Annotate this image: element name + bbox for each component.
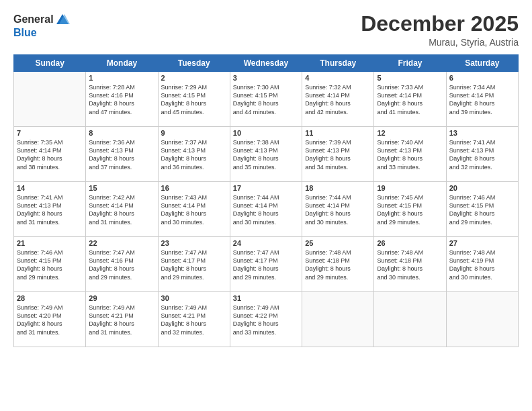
calendar-cell: 15Sunrise: 7:42 AMSunset: 4:14 PMDayligh… bbox=[86, 182, 158, 237]
day-number: 20 bbox=[449, 184, 515, 192]
calendar-table: SundayMondayTuesdayWednesdayThursdayFrid… bbox=[13, 54, 519, 347]
calendar-week-row: 14Sunrise: 7:41 AMSunset: 4:13 PMDayligh… bbox=[14, 182, 519, 237]
calendar-cell: 18Sunrise: 7:44 AMSunset: 4:14 PMDayligh… bbox=[302, 182, 374, 237]
calendar-cell bbox=[302, 292, 374, 347]
calendar-header-row: SundayMondayTuesdayWednesdayThursdayFrid… bbox=[14, 55, 519, 72]
day-number: 7 bbox=[17, 129, 83, 137]
calendar-cell bbox=[374, 292, 446, 347]
calendar-cell: 16Sunrise: 7:43 AMSunset: 4:14 PMDayligh… bbox=[158, 182, 230, 237]
weekday-header: Monday bbox=[86, 55, 158, 72]
weekday-header: Friday bbox=[374, 55, 446, 72]
logo-general: General bbox=[13, 13, 54, 26]
day-info: Sunrise: 7:32 AMSunset: 4:14 PMDaylight:… bbox=[305, 83, 371, 116]
day-info: Sunrise: 7:41 AMSunset: 4:13 PMDaylight:… bbox=[17, 193, 83, 226]
day-number: 6 bbox=[449, 74, 515, 82]
day-info: Sunrise: 7:46 AMSunset: 4:15 PMDaylight:… bbox=[17, 248, 83, 281]
weekday-header: Saturday bbox=[446, 55, 518, 72]
weekday-header: Thursday bbox=[302, 55, 374, 72]
day-info: Sunrise: 7:48 AMSunset: 4:19 PMDaylight:… bbox=[449, 248, 515, 281]
day-info: Sunrise: 7:29 AMSunset: 4:15 PMDaylight:… bbox=[161, 83, 227, 116]
day-number: 23 bbox=[161, 239, 227, 247]
day-number: 19 bbox=[377, 184, 443, 192]
logo-blue: Blue bbox=[13, 27, 37, 38]
calendar-week-row: 7Sunrise: 7:35 AMSunset: 4:14 PMDaylight… bbox=[14, 127, 519, 182]
calendar-cell: 5Sunrise: 7:33 AMSunset: 4:14 PMDaylight… bbox=[374, 72, 446, 127]
day-info: Sunrise: 7:44 AMSunset: 4:14 PMDaylight:… bbox=[233, 193, 299, 226]
day-number: 18 bbox=[305, 184, 371, 192]
day-info: Sunrise: 7:43 AMSunset: 4:14 PMDaylight:… bbox=[161, 193, 227, 226]
day-info: Sunrise: 7:36 AMSunset: 4:13 PMDaylight:… bbox=[89, 138, 154, 171]
calendar-cell: 1Sunrise: 7:28 AMSunset: 4:16 PMDaylight… bbox=[86, 72, 158, 127]
calendar-cell: 31Sunrise: 7:49 AMSunset: 4:22 PMDayligh… bbox=[230, 292, 302, 347]
day-number: 28 bbox=[17, 294, 83, 302]
day-info: Sunrise: 7:41 AMSunset: 4:13 PMDaylight:… bbox=[449, 138, 515, 171]
calendar-week-row: 21Sunrise: 7:46 AMSunset: 4:15 PMDayligh… bbox=[14, 237, 519, 292]
calendar-cell: 4Sunrise: 7:32 AMSunset: 4:14 PMDaylight… bbox=[302, 72, 374, 127]
title-block: December 2025 Murau, Styria, Austria bbox=[361, 12, 519, 48]
calendar-cell: 21Sunrise: 7:46 AMSunset: 4:15 PMDayligh… bbox=[14, 237, 86, 292]
calendar-cell: 19Sunrise: 7:45 AMSunset: 4:15 PMDayligh… bbox=[374, 182, 446, 237]
day-info: Sunrise: 7:49 AMSunset: 4:20 PMDaylight:… bbox=[17, 304, 83, 336]
month-title: December 2025 bbox=[361, 12, 519, 36]
calendar-cell: 6Sunrise: 7:34 AMSunset: 4:14 PMDaylight… bbox=[446, 72, 518, 127]
weekday-header: Sunday bbox=[14, 55, 86, 72]
day-number: 11 bbox=[305, 129, 371, 137]
calendar-cell: 22Sunrise: 7:47 AMSunset: 4:16 PMDayligh… bbox=[86, 237, 158, 292]
calendar-cell: 20Sunrise: 7:46 AMSunset: 4:15 PMDayligh… bbox=[446, 182, 518, 237]
day-number: 9 bbox=[161, 129, 227, 137]
location: Murau, Styria, Austria bbox=[361, 37, 519, 48]
day-number: 29 bbox=[89, 294, 154, 302]
day-info: Sunrise: 7:35 AMSunset: 4:14 PMDaylight:… bbox=[17, 138, 83, 171]
day-info: Sunrise: 7:48 AMSunset: 4:18 PMDaylight:… bbox=[305, 248, 371, 281]
day-info: Sunrise: 7:46 AMSunset: 4:15 PMDaylight:… bbox=[449, 193, 515, 226]
calendar-cell: 24Sunrise: 7:47 AMSunset: 4:17 PMDayligh… bbox=[230, 237, 302, 292]
calendar-cell: 2Sunrise: 7:29 AMSunset: 4:15 PMDaylight… bbox=[158, 72, 230, 127]
day-number: 24 bbox=[233, 239, 299, 247]
day-number: 21 bbox=[17, 239, 83, 247]
day-info: Sunrise: 7:48 AMSunset: 4:18 PMDaylight:… bbox=[377, 248, 443, 281]
day-number: 12 bbox=[377, 129, 443, 137]
calendar-cell: 3Sunrise: 7:30 AMSunset: 4:15 PMDaylight… bbox=[230, 72, 302, 127]
calendar-cell: 26Sunrise: 7:48 AMSunset: 4:18 PMDayligh… bbox=[374, 237, 446, 292]
day-info: Sunrise: 7:45 AMSunset: 4:15 PMDaylight:… bbox=[377, 193, 443, 226]
day-number: 30 bbox=[161, 294, 227, 302]
calendar-cell: 27Sunrise: 7:48 AMSunset: 4:19 PMDayligh… bbox=[446, 237, 518, 292]
calendar-cell: 14Sunrise: 7:41 AMSunset: 4:13 PMDayligh… bbox=[14, 182, 86, 237]
calendar-cell: 11Sunrise: 7:39 AMSunset: 4:13 PMDayligh… bbox=[302, 127, 374, 182]
calendar-cell: 13Sunrise: 7:41 AMSunset: 4:13 PMDayligh… bbox=[446, 127, 518, 182]
calendar-cell: 29Sunrise: 7:49 AMSunset: 4:21 PMDayligh… bbox=[86, 292, 158, 347]
day-info: Sunrise: 7:33 AMSunset: 4:14 PMDaylight:… bbox=[377, 83, 443, 116]
calendar-cell: 30Sunrise: 7:49 AMSunset: 4:21 PMDayligh… bbox=[158, 292, 230, 347]
day-info: Sunrise: 7:47 AMSunset: 4:17 PMDaylight:… bbox=[233, 248, 299, 281]
day-number: 31 bbox=[233, 294, 299, 302]
logo: General Blue bbox=[13, 12, 70, 39]
day-info: Sunrise: 7:39 AMSunset: 4:13 PMDaylight:… bbox=[305, 138, 371, 171]
day-number: 25 bbox=[305, 239, 371, 247]
day-info: Sunrise: 7:28 AMSunset: 4:16 PMDaylight:… bbox=[89, 83, 154, 116]
day-info: Sunrise: 7:34 AMSunset: 4:14 PMDaylight:… bbox=[449, 83, 515, 116]
day-info: Sunrise: 7:38 AMSunset: 4:13 PMDaylight:… bbox=[233, 138, 299, 171]
day-info: Sunrise: 7:30 AMSunset: 4:15 PMDaylight:… bbox=[233, 83, 299, 116]
day-number: 8 bbox=[89, 129, 154, 137]
calendar-week-row: 1Sunrise: 7:28 AMSunset: 4:16 PMDaylight… bbox=[14, 72, 519, 127]
day-info: Sunrise: 7:49 AMSunset: 4:21 PMDaylight:… bbox=[89, 304, 154, 336]
day-info: Sunrise: 7:40 AMSunset: 4:13 PMDaylight:… bbox=[377, 138, 443, 171]
day-number: 14 bbox=[17, 184, 83, 192]
day-number: 5 bbox=[377, 74, 443, 82]
day-info: Sunrise: 7:37 AMSunset: 4:13 PMDaylight:… bbox=[161, 138, 227, 171]
page: General Blue December 2025 Murau, Styria… bbox=[0, 0, 532, 411]
calendar-cell: 23Sunrise: 7:47 AMSunset: 4:17 PMDayligh… bbox=[158, 237, 230, 292]
day-info: Sunrise: 7:47 AMSunset: 4:16 PMDaylight:… bbox=[89, 248, 154, 281]
calendar-cell: 8Sunrise: 7:36 AMSunset: 4:13 PMDaylight… bbox=[86, 127, 158, 182]
day-number: 13 bbox=[449, 129, 515, 137]
day-number: 3 bbox=[233, 74, 299, 82]
logo-icon bbox=[55, 12, 70, 27]
day-info: Sunrise: 7:49 AMSunset: 4:21 PMDaylight:… bbox=[161, 304, 227, 336]
day-number: 10 bbox=[233, 129, 299, 137]
calendar-cell: 25Sunrise: 7:48 AMSunset: 4:18 PMDayligh… bbox=[302, 237, 374, 292]
day-number: 22 bbox=[89, 239, 154, 247]
day-number: 1 bbox=[89, 74, 154, 82]
calendar-cell bbox=[446, 292, 518, 347]
day-number: 15 bbox=[89, 184, 154, 192]
weekday-header: Tuesday bbox=[158, 55, 230, 72]
